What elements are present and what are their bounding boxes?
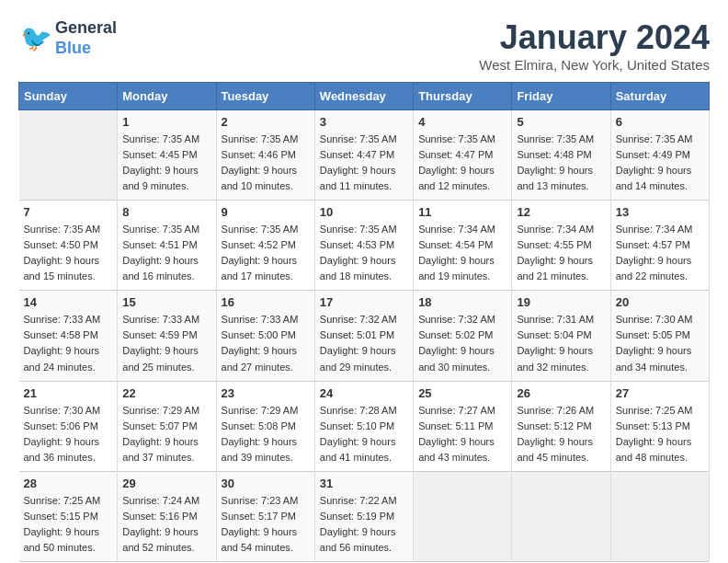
calendar-cell: 22Sunrise: 7:29 AM Sunset: 5:07 PM Dayli… <box>118 381 216 471</box>
day-number: 30 <box>222 477 310 490</box>
weekday-header-cell: Thursday <box>414 83 512 110</box>
calendar-cell: 14Sunrise: 7:33 AM Sunset: 4:58 PM Dayli… <box>19 291 118 381</box>
weekday-header-cell: Tuesday <box>216 83 314 110</box>
day-number: 11 <box>418 205 506 219</box>
calendar-cell: 3Sunrise: 7:35 AM Sunset: 4:47 PM Daylig… <box>314 110 413 201</box>
day-number: 28 <box>24 477 113 490</box>
location-label: West Elmira, New York, United States <box>479 57 710 73</box>
day-number: 13 <box>616 205 704 219</box>
logo-icon: 🐦 <box>18 21 53 56</box>
page-header: 🐦 General Blue January 2024 West Elmira,… <box>18 18 710 73</box>
svg-text:🐦: 🐦 <box>20 23 52 53</box>
calendar-week-row: 7Sunrise: 7:35 AM Sunset: 4:50 PM Daylig… <box>19 201 710 291</box>
day-info: Sunrise: 7:32 AM Sunset: 5:02 PM Dayligh… <box>418 312 506 374</box>
day-info: Sunrise: 7:24 AM Sunset: 5:16 PM Dayligh… <box>122 493 210 556</box>
title-block: January 2024 West Elmira, New York, Unit… <box>479 18 710 73</box>
calendar-cell: 13Sunrise: 7:34 AM Sunset: 4:57 PM Dayli… <box>610 201 709 291</box>
day-info: Sunrise: 7:28 AM Sunset: 5:10 PM Dayligh… <box>320 403 408 465</box>
day-number: 3 <box>320 115 408 129</box>
day-info: Sunrise: 7:35 AM Sunset: 4:53 PM Dayligh… <box>320 222 408 284</box>
calendar-cell <box>512 471 610 561</box>
calendar-cell: 16Sunrise: 7:33 AM Sunset: 5:00 PM Dayli… <box>216 291 314 381</box>
day-number: 19 <box>517 295 605 309</box>
day-number: 27 <box>616 386 704 400</box>
day-number: 24 <box>320 386 408 400</box>
day-number: 21 <box>24 386 113 400</box>
logo-text: General Blue <box>55 18 117 58</box>
calendar-cell: 29Sunrise: 7:24 AM Sunset: 5:16 PM Dayli… <box>118 471 216 561</box>
calendar-body: 1Sunrise: 7:35 AM Sunset: 4:45 PM Daylig… <box>19 110 710 562</box>
calendar-cell: 30Sunrise: 7:23 AM Sunset: 5:17 PM Dayli… <box>216 471 314 561</box>
day-number: 4 <box>418 115 506 129</box>
calendar-cell: 15Sunrise: 7:33 AM Sunset: 4:59 PM Dayli… <box>118 291 216 381</box>
calendar-cell: 27Sunrise: 7:25 AM Sunset: 5:13 PM Dayli… <box>610 381 709 471</box>
day-info: Sunrise: 7:35 AM Sunset: 4:47 PM Dayligh… <box>418 132 506 194</box>
day-info: Sunrise: 7:35 AM Sunset: 4:47 PM Dayligh… <box>320 132 408 194</box>
weekday-header-row: SundayMondayTuesdayWednesdayThursdayFrid… <box>19 83 710 110</box>
calendar-week-row: 28Sunrise: 7:25 AM Sunset: 5:15 PM Dayli… <box>19 471 710 561</box>
calendar-cell: 8Sunrise: 7:35 AM Sunset: 4:51 PM Daylig… <box>118 201 216 291</box>
calendar-cell: 24Sunrise: 7:28 AM Sunset: 5:10 PM Dayli… <box>314 381 413 471</box>
day-number: 6 <box>616 115 704 129</box>
day-info: Sunrise: 7:30 AM Sunset: 5:06 PM Dayligh… <box>24 403 113 465</box>
calendar-cell <box>610 471 709 561</box>
calendar-cell: 17Sunrise: 7:32 AM Sunset: 5:01 PM Dayli… <box>314 291 413 381</box>
weekday-header-cell: Sunday <box>19 83 118 110</box>
day-number: 22 <box>122 386 210 400</box>
calendar-table: SundayMondayTuesdayWednesdayThursdayFrid… <box>18 82 710 562</box>
day-info: Sunrise: 7:33 AM Sunset: 5:00 PM Dayligh… <box>222 312 310 374</box>
calendar-cell: 20Sunrise: 7:30 AM Sunset: 5:05 PM Dayli… <box>610 291 709 381</box>
day-info: Sunrise: 7:35 AM Sunset: 4:51 PM Dayligh… <box>122 222 210 284</box>
day-number: 16 <box>222 295 310 309</box>
day-info: Sunrise: 7:26 AM Sunset: 5:12 PM Dayligh… <box>517 403 605 465</box>
day-number: 15 <box>122 295 210 309</box>
calendar-cell: 6Sunrise: 7:35 AM Sunset: 4:49 PM Daylig… <box>610 110 709 201</box>
day-number: 1 <box>122 115 210 129</box>
day-number: 14 <box>24 295 113 309</box>
day-info: Sunrise: 7:35 AM Sunset: 4:45 PM Dayligh… <box>122 132 210 194</box>
day-number: 5 <box>517 115 605 129</box>
weekday-header-cell: Friday <box>512 83 610 110</box>
calendar-cell: 26Sunrise: 7:26 AM Sunset: 5:12 PM Dayli… <box>512 381 610 471</box>
day-info: Sunrise: 7:35 AM Sunset: 4:49 PM Dayligh… <box>616 132 704 194</box>
day-number: 18 <box>418 295 506 309</box>
calendar-cell: 18Sunrise: 7:32 AM Sunset: 5:02 PM Dayli… <box>414 291 512 381</box>
day-info: Sunrise: 7:27 AM Sunset: 5:11 PM Dayligh… <box>418 403 506 465</box>
weekday-header-cell: Monday <box>118 83 216 110</box>
day-info: Sunrise: 7:25 AM Sunset: 5:15 PM Dayligh… <box>24 493 113 556</box>
calendar-cell: 21Sunrise: 7:30 AM Sunset: 5:06 PM Dayli… <box>19 381 118 471</box>
calendar-week-row: 14Sunrise: 7:33 AM Sunset: 4:58 PM Dayli… <box>19 291 710 381</box>
day-info: Sunrise: 7:34 AM Sunset: 4:55 PM Dayligh… <box>517 222 605 284</box>
logo: 🐦 General Blue <box>18 18 117 58</box>
day-number: 23 <box>222 386 310 400</box>
day-info: Sunrise: 7:35 AM Sunset: 4:52 PM Dayligh… <box>222 222 310 284</box>
day-number: 26 <box>517 386 605 400</box>
day-info: Sunrise: 7:32 AM Sunset: 5:01 PM Dayligh… <box>320 312 408 374</box>
day-number: 8 <box>122 205 210 219</box>
day-info: Sunrise: 7:33 AM Sunset: 4:58 PM Dayligh… <box>24 312 113 374</box>
day-number: 12 <box>517 205 605 219</box>
calendar-week-row: 21Sunrise: 7:30 AM Sunset: 5:06 PM Dayli… <box>19 381 710 471</box>
calendar-cell <box>19 110 118 201</box>
day-info: Sunrise: 7:35 AM Sunset: 4:48 PM Dayligh… <box>517 132 605 194</box>
day-number: 31 <box>320 477 408 490</box>
day-number: 17 <box>320 295 408 309</box>
day-info: Sunrise: 7:35 AM Sunset: 4:50 PM Dayligh… <box>24 222 113 284</box>
calendar-cell: 4Sunrise: 7:35 AM Sunset: 4:47 PM Daylig… <box>414 110 512 201</box>
day-number: 7 <box>24 205 113 219</box>
day-info: Sunrise: 7:34 AM Sunset: 4:57 PM Dayligh… <box>616 222 704 284</box>
weekday-header-cell: Saturday <box>610 83 709 110</box>
day-number: 9 <box>222 205 310 219</box>
weekday-header-cell: Wednesday <box>314 83 413 110</box>
day-info: Sunrise: 7:23 AM Sunset: 5:17 PM Dayligh… <box>222 493 310 556</box>
day-number: 25 <box>418 386 506 400</box>
calendar-cell: 7Sunrise: 7:35 AM Sunset: 4:50 PM Daylig… <box>19 201 118 291</box>
day-info: Sunrise: 7:22 AM Sunset: 5:19 PM Dayligh… <box>320 493 408 556</box>
day-number: 10 <box>320 205 408 219</box>
calendar-cell: 10Sunrise: 7:35 AM Sunset: 4:53 PM Dayli… <box>314 201 413 291</box>
calendar-cell: 11Sunrise: 7:34 AM Sunset: 4:54 PM Dayli… <box>414 201 512 291</box>
day-number: 29 <box>122 477 210 490</box>
calendar-week-row: 1Sunrise: 7:35 AM Sunset: 4:45 PM Daylig… <box>19 110 710 201</box>
day-info: Sunrise: 7:29 AM Sunset: 5:07 PM Dayligh… <box>122 403 210 465</box>
calendar-cell: 23Sunrise: 7:29 AM Sunset: 5:08 PM Dayli… <box>216 381 314 471</box>
